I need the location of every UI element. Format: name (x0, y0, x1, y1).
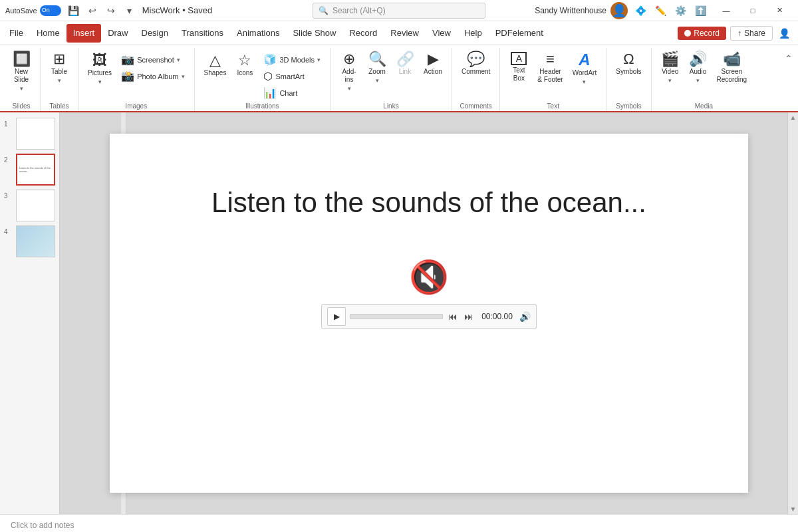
menu-help[interactable]: Help (458, 24, 489, 43)
new-slide-icon: 🔲 (13, 52, 31, 66)
slide-preview-4[interactable] (16, 225, 55, 257)
link-icon: 🔗 (396, 52, 414, 66)
screenshot-button[interactable]: 📷 Screenshot ▾ (117, 52, 188, 67)
zoom-button[interactable]: 🔍 Zoom ▾ (364, 49, 390, 86)
undo-icon[interactable]: ↩ (85, 3, 100, 18)
slide-thumb-2[interactable]: 2 Listen to the sounds of the ocean... (4, 154, 55, 186)
search-placeholder: Search (Alt+Q) (332, 6, 386, 15)
slide-thumb-1[interactable]: 1 (4, 118, 55, 150)
menu-draw[interactable]: Draw (101, 24, 134, 43)
scroll-down-icon[interactable]: ▼ (790, 505, 797, 513)
settings-icon[interactable]: ⚙️ (673, 3, 688, 18)
menu-design[interactable]: Design (135, 24, 175, 43)
symbols-button[interactable]: Ω Symbols (612, 49, 645, 78)
addins-button[interactable]: ⊕ Add-ins ▾ (336, 49, 362, 94)
shapes-button[interactable]: △ Shapes (200, 49, 231, 80)
scroll-up-icon[interactable]: ▲ (790, 114, 797, 121)
images-col: 📷 Screenshot ▾ 📸 Photo Album ▾ (117, 49, 188, 84)
audio-progress-bar[interactable] (350, 314, 443, 319)
slide-title: Listen to the sounds of the ocean... (211, 187, 646, 219)
menu-file[interactable]: File (3, 24, 30, 43)
audio-controls: ▶ ⏮ ⏭ 00:00.00 🔊 (321, 304, 537, 329)
ribbon-group-comments: 💬 Comment Comments (452, 48, 500, 111)
user-name: Sandy Writtenhouse (535, 6, 606, 15)
new-slide-button[interactable]: 🔲 NewSlide ▾ (8, 49, 35, 94)
notes-area[interactable]: Click to add notes (0, 514, 798, 532)
new-slide-arrow: ▾ (20, 85, 23, 92)
menu-pdfelement[interactable]: PDFelement (489, 24, 550, 43)
customize-icon[interactable]: ▾ (122, 3, 137, 18)
screen-recording-button[interactable]: 📹 ScreenRecording (713, 49, 751, 86)
slide-preview-3[interactable] (16, 190, 55, 221)
pictures-icon: 🖼 (92, 53, 107, 68)
video-button[interactable]: 🎬 Video ▾ (657, 49, 684, 86)
action-button[interactable]: ▶ Action (420, 49, 446, 78)
icons-button[interactable]: ☆ Icons (231, 49, 258, 80)
menu-animations[interactable]: Animations (230, 24, 286, 43)
wordart-button[interactable]: A WordArt ▾ (569, 49, 601, 88)
menu-slideshow[interactable]: Slide Show (286, 24, 342, 43)
menu-home[interactable]: Home (30, 24, 66, 43)
close-button[interactable]: ✕ (766, 0, 793, 21)
menu-record[interactable]: Record (342, 24, 384, 43)
ribbon: 🔲 NewSlide ▾ Slides ⊞ Table ▾ Tables 🖼 P… (0, 45, 798, 112)
audio-skip-forward-button[interactable]: ⏭ (463, 310, 475, 323)
doc-title: MiscWork • Saved (142, 5, 212, 15)
media-group-label: Media (695, 102, 713, 110)
user-icon[interactable]: 👤 (777, 26, 791, 41)
right-scrollbar[interactable]: ▲ ▼ (787, 112, 798, 514)
menu-insert[interactable]: Insert (66, 24, 102, 43)
header-footer-button[interactable]: ≡ Header& Footer (533, 49, 567, 86)
save-icon[interactable]: 💾 (66, 3, 81, 18)
link-button[interactable]: 🔗 Link (392, 49, 418, 78)
menu-transitions[interactable]: Transitions (175, 24, 230, 43)
audio-container: 🔇 ▶ ⏮ ⏭ 00:00.00 🔊 (321, 259, 537, 329)
table-button[interactable]: ⊞ Table ▾ (46, 49, 72, 86)
ribbon-collapse[interactable]: ⌃ (782, 48, 795, 111)
audio-play-button[interactable]: ▶ (327, 307, 346, 326)
ribbon-group-slides: 🔲 NewSlide ▾ Slides (3, 48, 41, 111)
photo-album-button[interactable]: 📸 Photo Album ▾ (117, 68, 188, 84)
table-icon: ⊞ (53, 52, 65, 66)
record-dot-icon (684, 30, 691, 37)
share-button[interactable]: ↑ Share (730, 26, 773, 41)
minimize-button[interactable]: — (713, 0, 739, 21)
redo-icon[interactable]: ↪ (104, 3, 118, 18)
record-button[interactable]: Record (678, 27, 726, 40)
audio-icon: 🔊 (689, 52, 707, 66)
ribbon-group-text: A TextBox ≡ Header& Footer A WordArt ▾ T… (500, 48, 606, 111)
menu-review[interactable]: Review (384, 24, 426, 43)
3d-models-button[interactable]: 🧊 3D Models ▾ (259, 52, 325, 67)
maximize-button[interactable]: □ (739, 0, 766, 21)
title-center: 🔍 Search (Alt+Q) (313, 3, 485, 19)
search-bar[interactable]: 🔍 Search (Alt+Q) (313, 3, 485, 19)
tables-group-label: Tables (50, 102, 69, 110)
comment-button[interactable]: 💬 Comment (458, 49, 494, 78)
audio-volume-button[interactable]: 🔊 (519, 311, 531, 322)
menu-view[interactable]: View (426, 24, 458, 43)
smartart-icon: ⬡ (263, 70, 273, 82)
chart-button[interactable]: 📊 Chart (259, 85, 325, 100)
addins-icon: ⊕ (343, 52, 355, 66)
autosave-toggle[interactable]: AutoSave (5, 5, 61, 16)
slide-preview-1[interactable] (16, 118, 55, 150)
slide-thumb-3[interactable]: 3 (4, 190, 55, 221)
wordart-icon: A (579, 52, 590, 68)
slide-thumb-4[interactable]: 4 (4, 225, 55, 257)
collapse-ribbon-icon[interactable]: ⬆️ (693, 3, 708, 18)
slide-preview-2[interactable]: Listen to the sounds of the ocean... (16, 154, 55, 186)
symbols-icon: Ω (623, 52, 634, 66)
textbox-button[interactable]: A TextBox (505, 49, 532, 85)
share-icon: ↑ (737, 29, 741, 38)
autosave-switch[interactable] (40, 5, 61, 16)
diamond-icon[interactable]: 💠 (633, 3, 648, 18)
pictures-button[interactable]: 🖼 Pictures ▾ (84, 49, 116, 88)
audio-button[interactable]: 🔊 Audio ▾ (685, 49, 712, 86)
audio-skip-back-button[interactable]: ⏮ (447, 310, 459, 323)
ribbon-group-images: 🖼 Pictures ▾ 📷 Screenshot ▾ 📸 Photo Albu… (78, 48, 195, 111)
smartart-button[interactable]: ⬡ SmartArt (259, 68, 325, 84)
title-bar-icons: 💾 ↩ ↪ ▾ (66, 3, 137, 18)
audio-time-display: 00:00.00 (479, 312, 515, 321)
pen-icon[interactable]: ✏️ (653, 3, 668, 18)
menu-bar: File Home Insert Draw Design Transitions… (0, 21, 798, 45)
